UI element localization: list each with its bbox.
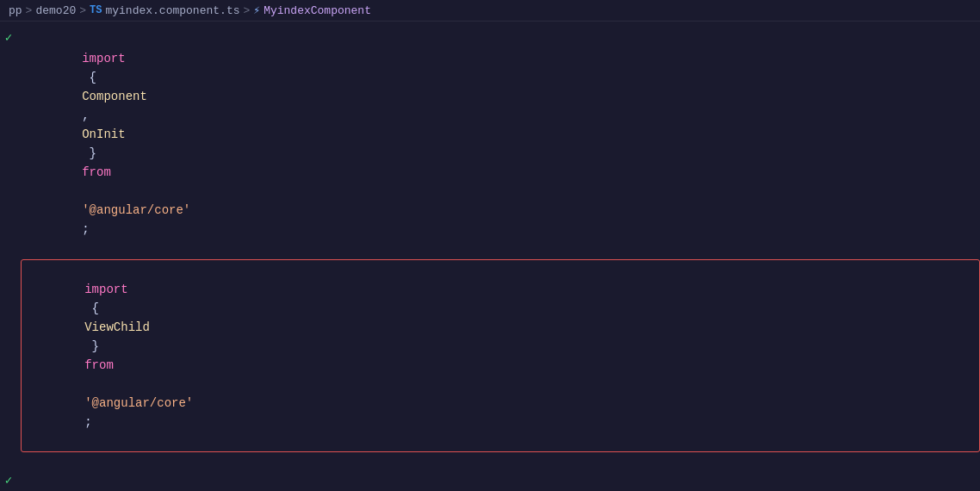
breadcrumb-sep3: >: [243, 4, 250, 17]
line-content-1: import { Component , OnInit } from '@ang…: [17, 28, 980, 259]
kw-from-2: from: [84, 358, 114, 372]
line-content-4: @Component ({: [17, 471, 980, 491]
breadcrumb-component-icon: ⚡: [253, 3, 260, 17]
breadcrumb-filename: myindex.component.ts: [105, 4, 239, 17]
breadcrumb-ts-icon: TS: [90, 4, 102, 16]
kw-import-2: import: [84, 283, 127, 296]
string-angular-core-1: '@angular/core': [82, 203, 190, 217]
line-content-2: import { ViewChild } from '@angular/core…: [21, 259, 980, 452]
breadcrumb: pp > demo20 > TS myindex.component.ts > …: [0, 0, 980, 22]
breadcrumb-component: MyindexComponent: [264, 4, 371, 17]
code-line-empty-1: [0, 452, 980, 471]
breadcrumb-demo20: demo20: [35, 4, 76, 17]
breadcrumb-pp: pp: [9, 4, 22, 17]
editor-container: pp > demo20 > TS myindex.component.ts > …: [0, 0, 980, 491]
kw-import-1: import: [82, 52, 125, 65]
line-indicator-4: ✓: [0, 471, 17, 488]
line-indicator-2: [0, 259, 17, 261]
class-oninit: OnInit: [82, 127, 125, 141]
line-indicator-1: ✓: [0, 28, 17, 45]
code-area: ✓ import { Component , OnInit } from '@a…: [0, 22, 980, 491]
code-line-4: ✓ @Component ({: [0, 471, 980, 491]
kw-from-1: from: [82, 165, 111, 179]
class-viewchild: ViewChild: [84, 320, 150, 334]
code-line-1: ✓ import { Component , OnInit } from '@a…: [0, 28, 980, 259]
code-line-2: import { ViewChild } from '@angular/core…: [0, 259, 980, 452]
breadcrumb-sep1: >: [26, 4, 33, 17]
string-angular-core-2: '@angular/core': [84, 396, 193, 410]
class-component: Component: [82, 90, 147, 103]
breadcrumb-sep2: >: [79, 4, 86, 17]
